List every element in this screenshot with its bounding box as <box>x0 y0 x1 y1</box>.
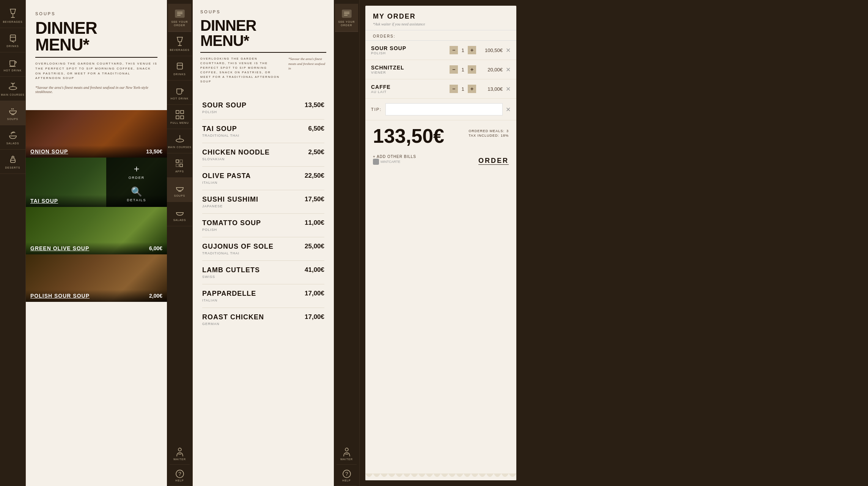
see-your-order-label: SEE YOURORDER <box>171 20 188 27</box>
mid-sidebar-hot-drink-label: HOT DRINK <box>171 97 189 100</box>
food-item-polish-sour-soup[interactable]: POLISH SOUR SOUP 2,00€ <box>26 254 167 302</box>
remove-item-btn[interactable]: ✕ <box>506 47 511 54</box>
food-items-list: ONION SOUP 13,50€ TAI SOUP ＋ ORDER 🔍 DET… <box>26 110 167 486</box>
order-action-button[interactable]: ＋ ORDER <box>127 161 147 181</box>
plate-icon2 <box>175 134 185 144</box>
order-label: ORDER <box>129 176 145 180</box>
mid-sidebar-full-menu[interactable]: FULL MENU <box>167 105 192 129</box>
item-origin: SLOVAKIAN <box>202 157 270 161</box>
full-menu-item-chicken-noodle[interactable]: CHICKEN NOODLESLOVAKIAN 2,50€ <box>202 143 324 167</box>
search-icon: 🔍 <box>131 186 142 197</box>
remove-item-btn[interactable]: ✕ <box>506 85 511 93</box>
svg-point-42 <box>345 448 348 451</box>
waiter-button-mid[interactable]: WAITER <box>170 443 190 465</box>
apps-grid-icon <box>175 158 185 169</box>
sidebar-item-drinks[interactable]: DRINKS <box>0 28 25 52</box>
orders-section-label: ORDERS: <box>365 30 516 41</box>
full-menu-item-tomatto-soup[interactable]: TOMATTO SOUPPOLISH 11,00€ <box>202 214 324 237</box>
food-item-onion-soup[interactable]: ONION SOUP 13,50€ <box>26 110 167 158</box>
order-panel: MY ORDER *Ask waiter if you need assista… <box>360 0 522 486</box>
mid-sidebar-salads[interactable]: SALADS <box>167 202 192 226</box>
full-menu-item-olive-pasta[interactable]: OLIVE PASTAITALIAN 22,50€ <box>202 167 324 190</box>
full-menu-item-pappardelle[interactable]: PAPPARDELLEITALIAN 17,00€ <box>202 284 324 308</box>
qty-number: 1 <box>460 86 465 92</box>
order-item-sub: VIENER <box>371 71 446 74</box>
tip-remove-btn[interactable]: ✕ <box>506 106 511 113</box>
item-price: 41,00€ <box>305 266 324 274</box>
see-your-order-button-right[interactable]: SEE YOURORDER <box>335 4 358 32</box>
mid-sidebar-hot-drink[interactable]: HOT DRINK <box>167 80 192 105</box>
mid-sidebar-apps-label: APPS <box>175 170 184 173</box>
sidebar-label-soups: SOUPS <box>7 118 19 120</box>
bowl-icon2 <box>175 182 185 193</box>
full-menu-item-gujonus[interactable]: GUJONUS OF SOLETRADITIONAL THAI 25,00€ <box>202 237 324 261</box>
cup-icon <box>8 33 18 43</box>
sidebar-label-drinks: DRINKS <box>6 45 19 47</box>
sidebar-item-deserts[interactable]: DESERTS <box>0 150 25 174</box>
ordered-meals-label: ORDERED MEALS: <box>469 129 505 133</box>
food-item-price: 13,50€ <box>146 148 162 155</box>
mid-sidebar-apps[interactable]: APPS <box>167 153 192 178</box>
item-name: SUSHI SUSHIMI <box>202 196 258 204</box>
food-item-tai-soup[interactable]: TAI SOUP ＋ ORDER 🔍 DETAILS <box>26 158 167 207</box>
mid-sidebar-soups[interactable]: SOUPS <box>167 178 192 202</box>
order-note: *Ask waiter if you need assistance <box>373 22 509 26</box>
order-header: MY ORDER *Ask waiter if you need assista… <box>365 6 516 30</box>
waiter-icon-right <box>341 447 352 458</box>
help-label-mid: HELP <box>175 479 184 482</box>
item-origin: POLISH <box>202 110 247 114</box>
mid-sidebar-beverages-label: BEVERAGES <box>170 49 189 51</box>
item-name: PAPPARDELLE <box>202 290 256 298</box>
full-menu-item-sour-soup[interactable]: SOUR SOUPPOLISH 13,50€ <box>202 96 324 120</box>
qty-decrease-btn[interactable]: − <box>450 46 458 54</box>
item-origin: ITALIAN <box>202 298 256 302</box>
mid-menu-desc: OVERLOOKING THE GARDEN COURTYARD, THIS V… <box>200 57 283 84</box>
order-item-sub: POLISH <box>371 51 446 55</box>
item-price: 25,00€ <box>305 243 324 250</box>
middle-sidebar: SEE YOURORDER BEVERAGES DRINKS <box>167 0 193 486</box>
help-button-mid[interactable]: ? HELP <box>170 465 190 486</box>
sidebar-item-main-courses[interactable]: MAIN COURSES <box>0 77 25 101</box>
item-origin: ITALIAN <box>202 181 251 185</box>
remove-item-btn[interactable]: ✕ <box>506 66 511 73</box>
place-order-button[interactable]: ORDER <box>478 157 509 165</box>
sidebar-item-hot-drink[interactable]: HOT DRINK <box>0 52 25 77</box>
plus-icon: ＋ <box>132 163 141 175</box>
food-item-green-olive-soup[interactable]: GREEN OLIVE SOUP 6,00€ <box>26 207 167 254</box>
svg-text:?: ? <box>178 471 181 477</box>
waiter-button-right[interactable]: WAITER <box>337 443 357 465</box>
menu-note: *Savour the area's finest meats and fres… <box>35 85 157 94</box>
qty-increase-btn[interactable]: + <box>468 46 476 54</box>
sidebar-item-beverages[interactable]: BEVERAGES <box>0 4 25 28</box>
mid-sidebar-full-menu-label: FULL MENU <box>170 122 189 124</box>
food-item-name: POLISH SOUR SOUP <box>30 293 90 299</box>
full-menu-item-sushi-sushimi[interactable]: SUSHI SUSHIMIJAPANESE 17,50€ <box>202 190 324 214</box>
mid-sidebar-beverages[interactable]: BEVERAGES <box>167 32 192 56</box>
item-price: 22,50€ <box>305 172 324 180</box>
middle-menu-content: SOUPS DINNER MENU* OVERLOOKING THE GARDE… <box>193 0 334 486</box>
sidebar-label-hot-drink: HOT DRINK <box>4 69 22 72</box>
details-action-button[interactable]: 🔍 DETAILS <box>125 185 148 204</box>
sidebar-item-soups[interactable]: SOUPS <box>0 101 25 125</box>
svg-rect-2 <box>10 35 16 41</box>
full-menu-items: SOUR SOUPPOLISH 13,50€ TAI SOUPTRADITION… <box>193 96 334 331</box>
see-your-order-button[interactable]: SEE YOURORDER <box>168 4 191 32</box>
tip-input[interactable] <box>385 103 503 115</box>
qty-increase-btn[interactable]: + <box>468 65 476 74</box>
help-button-right[interactable]: ? HELP <box>337 465 357 486</box>
full-menu-item-lamb-cutlets[interactable]: LAMB CUTLETSSWISS 41,00€ <box>202 261 324 284</box>
menu-title: DINNER MENU* <box>35 20 157 53</box>
item-price: 13,50€ <box>305 101 324 109</box>
sidebar-label-deserts: DESERTS <box>5 166 20 169</box>
qty-increase-btn[interactable]: + <box>468 85 476 93</box>
tax-label: TAX INCLUDED: <box>469 134 499 137</box>
qty-decrease-btn[interactable]: − <box>450 85 458 93</box>
full-menu-item-tai-soup[interactable]: TAI SOUPTRADITIONAL THAI 6,50€ <box>202 120 324 143</box>
bowl-icon <box>8 106 18 116</box>
mid-sidebar-drinks[interactable]: DRINKS <box>167 56 192 80</box>
mid-sidebar-main-courses[interactable]: MAIN COURSES <box>167 129 192 153</box>
qty-decrease-btn[interactable]: − <box>450 65 458 74</box>
add-other-bills-btn[interactable]: + ADD OTHER BILLS <box>373 155 416 159</box>
sidebar-item-salads[interactable]: SALADS <box>0 125 25 150</box>
full-menu-item-roast-chicken[interactable]: ROAST CHICKENGERMAN 17,00€ <box>202 308 324 331</box>
